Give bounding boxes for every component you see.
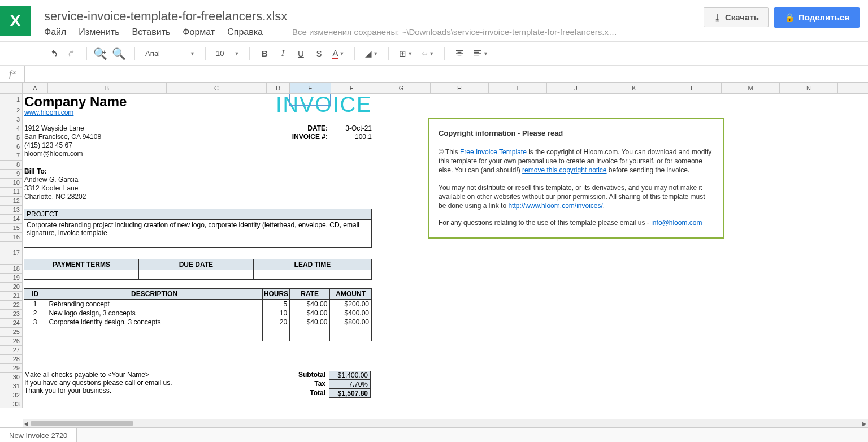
row-header-21[interactable]: 21: [0, 292, 22, 301]
row-header-32[interactable]: 32: [0, 391, 22, 400]
col-header-N[interactable]: N: [780, 83, 838, 93]
col-header-K[interactable]: K: [605, 83, 663, 93]
italic-button[interactable]: I: [275, 46, 290, 62]
row-header-15[interactable]: 15: [0, 224, 22, 233]
row-header-6[interactable]: 6: [0, 142, 22, 151]
row-header-8[interactable]: 8: [0, 161, 22, 170]
sheet-tab-active[interactable]: New Invoice 2720: [0, 428, 77, 442]
col-header-G[interactable]: G: [372, 83, 431, 93]
row-header-14[interactable]: 14: [0, 215, 22, 224]
copyright-link-url[interactable]: http://www.hloom.com/invoices/: [508, 202, 602, 210]
copyright-link-template[interactable]: Free Invoice Template: [460, 148, 527, 156]
item-desc: Rebranding concept: [46, 300, 262, 309]
scroll-thumb[interactable]: [31, 421, 133, 426]
row-header-26[interactable]: 26: [0, 337, 22, 346]
company-link[interactable]: www.hloom.com: [24, 109, 73, 116]
app-icon: X: [0, 6, 31, 36]
row-header-9[interactable]: 9: [0, 170, 22, 179]
merge-button[interactable]: ⬄▼: [418, 49, 437, 58]
terms-h1: PAYMENT TERMS: [24, 259, 139, 270]
item-amount: $200.00: [330, 300, 372, 309]
copyright-link-email[interactable]: info@hloom.com: [651, 219, 702, 227]
col-header-I[interactable]: I: [489, 83, 547, 93]
billto-2: 3312 Kooter Lane: [24, 184, 78, 192]
row-header-10[interactable]: 10: [0, 179, 22, 188]
zoom-in-button[interactable]: 🔍+: [94, 46, 110, 62]
footer-note-2: If you have any questions please call or…: [24, 379, 172, 387]
row-header-20[interactable]: 20: [0, 283, 22, 292]
col-header-B[interactable]: B: [48, 83, 167, 93]
col-header-M[interactable]: M: [722, 83, 780, 93]
download-button[interactable]: ⭳ Скачать: [704, 7, 769, 27]
share-button[interactable]: 🔒 Поделиться: [774, 7, 860, 28]
row-header-23[interactable]: 23: [0, 310, 22, 319]
row-header-16[interactable]: 16: [0, 233, 22, 242]
menu-format[interactable]: Формат: [183, 27, 215, 37]
row-header-12[interactable]: 12: [0, 197, 22, 206]
strike-button[interactable]: S: [311, 46, 327, 62]
scroll-right-icon[interactable]: ▶: [862, 421, 867, 427]
font-name-select[interactable]: Arial ▼: [142, 49, 198, 58]
subtotal-value: $1,400.00: [329, 371, 371, 380]
items-h-id: ID: [24, 289, 46, 300]
undo-button[interactable]: [46, 46, 62, 62]
select-all-corner[interactable]: [0, 83, 23, 93]
row-header-22[interactable]: 22: [0, 301, 22, 310]
bold-button[interactable]: B: [257, 46, 272, 62]
row-header-3[interactable]: 3: [0, 115, 22, 124]
row-header-5[interactable]: 5: [0, 133, 22, 142]
row-header-7[interactable]: 7: [0, 151, 22, 161]
redo-button[interactable]: [64, 46, 80, 62]
col-header-H[interactable]: H: [431, 83, 489, 93]
row-header-27[interactable]: 27: [0, 346, 22, 355]
tax-label: Tax: [284, 380, 329, 389]
row-header-31[interactable]: 31: [0, 382, 22, 391]
cells-area[interactable]: Company Name www.hloom.com INVOICE 1912 …: [23, 94, 868, 408]
col-header-J[interactable]: J: [547, 83, 605, 93]
col-header-C[interactable]: C: [167, 83, 267, 93]
col-header-A[interactable]: A: [23, 83, 48, 93]
borders-button[interactable]: ⊞▼: [396, 49, 416, 59]
menu-file[interactable]: Файл: [44, 27, 66, 37]
row-header-4[interactable]: 4: [0, 124, 22, 133]
row-header-29[interactable]: 29: [0, 364, 22, 373]
valign-button[interactable]: [452, 46, 467, 62]
row-header-19[interactable]: 19: [0, 274, 22, 283]
horizontal-scrollbar[interactable]: ◀ ▶: [23, 419, 868, 428]
company-name: Company Name: [24, 94, 127, 110]
menu-edit[interactable]: Изменить: [79, 27, 119, 37]
menu-insert[interactable]: Вставить: [132, 27, 171, 37]
menu-help[interactable]: Справка: [227, 27, 263, 37]
column-headers: ABCDEFGHIJKLMN: [0, 83, 868, 94]
doc-title[interactable]: service-invoice-template-for-freelancers…: [44, 9, 704, 24]
font-size-select[interactable]: 10 ▼: [212, 49, 242, 58]
row-header-13[interactable]: 13: [0, 206, 22, 215]
formula-input[interactable]: [25, 66, 868, 82]
col-header-E[interactable]: E: [290, 83, 331, 93]
row-header-24[interactable]: 24: [0, 319, 22, 328]
row-header-17[interactable]: 17: [0, 242, 22, 265]
copyright-link-remove[interactable]: remove this copyright notice: [522, 166, 606, 174]
row-header-1[interactable]: 1: [0, 94, 22, 106]
addr-line-2: San Francisco, CA 94108: [24, 133, 101, 141]
text-color-button[interactable]: A▼: [329, 48, 348, 59]
halign-button[interactable]: ▼: [470, 49, 492, 58]
row-header-33[interactable]: 33: [0, 400, 22, 408]
row-header-30[interactable]: 30: [0, 373, 22, 382]
underline-button[interactable]: U: [293, 46, 309, 62]
col-header-L[interactable]: L: [663, 83, 722, 93]
row-header-11[interactable]: 11: [0, 188, 22, 197]
row-header-25[interactable]: 25: [0, 328, 22, 337]
row-header-18[interactable]: 18: [0, 265, 22, 274]
copyright-p3: For any questions relating to the use of…: [439, 218, 714, 227]
item-rate: $40.00: [290, 318, 330, 327]
fx-label: fˣ: [0, 66, 25, 82]
col-header-D[interactable]: D: [267, 83, 290, 93]
row-header-2[interactable]: 2: [0, 106, 22, 115]
fill-color-button[interactable]: ◢▼: [362, 49, 381, 59]
scroll-left-icon[interactable]: ◀: [24, 421, 28, 427]
zoom-out-button[interactable]: 🔍-: [112, 46, 128, 62]
col-header-F[interactable]: F: [331, 83, 372, 93]
addr-line-1: 1912 Wayside Lane: [24, 124, 84, 132]
row-header-28[interactable]: 28: [0, 355, 22, 364]
